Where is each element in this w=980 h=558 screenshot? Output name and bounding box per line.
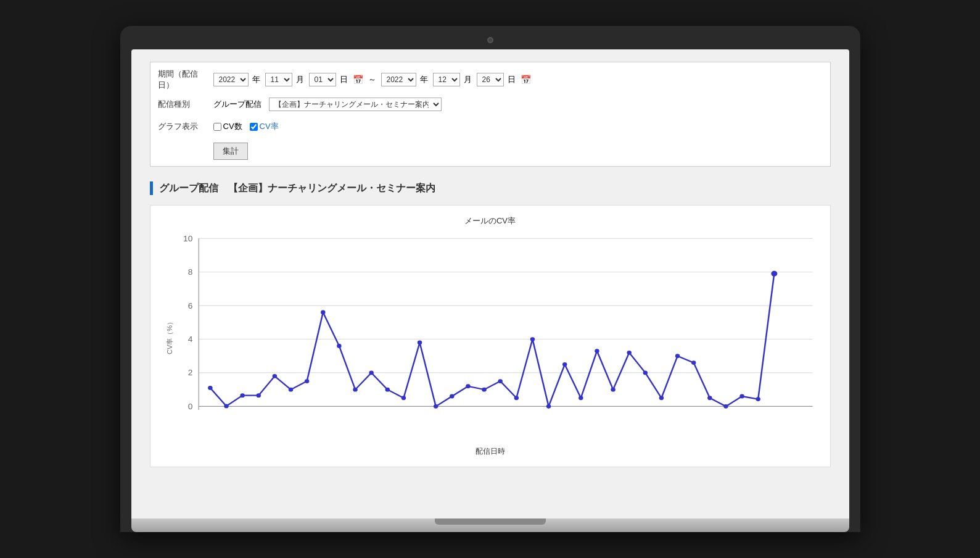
svg-point-19	[288, 388, 292, 392]
svg-point-30	[466, 384, 470, 388]
day-end-select[interactable]: 0105101520252630	[477, 73, 504, 86]
chart-svg: 10 8 6 4 2 0	[160, 231, 820, 441]
svg-point-16	[240, 393, 244, 398]
delivery-type-label: 配信種別	[158, 99, 213, 110]
y-axis-label: CV率（%）	[165, 319, 174, 354]
laptop-camera	[487, 37, 493, 43]
graph-display-content: CV数 CV率	[213, 121, 284, 132]
svg-point-31	[482, 388, 486, 392]
cv-rate-checkbox-label[interactable]: CV率	[250, 121, 279, 132]
svg-text:2: 2	[187, 369, 192, 377]
laptop-screen: 期間（配信日） 202220212023 年 01020304 05060708…	[131, 49, 849, 518]
graph-display-row: グラフ表示 CV数 CV率	[158, 118, 823, 135]
chart-area: CV率（%） 10	[160, 231, 820, 441]
day-start-select[interactable]: 0102051015202530	[309, 73, 336, 86]
svg-text:10: 10	[183, 234, 192, 243]
svg-text:0: 0	[187, 402, 192, 410]
month-start-unit: 月	[296, 74, 304, 85]
svg-text:4: 4	[187, 335, 192, 344]
section-title-bar	[150, 181, 153, 195]
year-start-select[interactable]: 202220212023	[213, 73, 249, 86]
svg-point-48	[756, 397, 760, 401]
cv-count-checkbox[interactable]	[213, 123, 221, 131]
svg-point-33	[514, 396, 518, 400]
svg-point-49	[771, 271, 777, 277]
year-start-unit: 年	[252, 74, 260, 85]
svg-point-17	[256, 393, 260, 398]
svg-point-35	[546, 404, 550, 409]
screen-content: 期間（配信日） 202220212023 年 01020304 05060708…	[131, 49, 849, 518]
month-end-unit: 月	[464, 74, 472, 85]
svg-point-38	[595, 349, 599, 353]
svg-point-26	[401, 396, 405, 400]
month-end-select[interactable]: 01020304 05060708 09101112	[433, 73, 460, 86]
laptop-frame: 期間（配信日） 202220212023 年 01020304 05060708…	[120, 26, 860, 532]
cv-count-checkbox-label[interactable]: CV数	[213, 121, 242, 132]
calendar-end-icon[interactable]: 📅	[521, 75, 531, 85]
svg-point-36	[562, 362, 566, 367]
aggregate-row: 集計	[158, 140, 823, 160]
svg-point-41	[643, 371, 647, 375]
delivery-type-content: グループ配信 【企画】ナーチャリングメール・セミナー案内 【企画】ナーチャリング…	[213, 98, 442, 111]
svg-point-23	[353, 388, 357, 392]
delivery-type-value: グループ配信	[213, 99, 261, 110]
period-row: 期間（配信日） 202220212023 年 01020304 05060708…	[158, 69, 823, 91]
svg-point-20	[304, 379, 308, 383]
svg-point-24	[369, 371, 373, 375]
section-title-text: グループ配信 【企画】ナーチャリングメール・セミナー案内	[159, 182, 435, 195]
svg-point-18	[272, 374, 276, 378]
svg-point-43	[675, 354, 679, 358]
x-axis-label: 配信日時	[160, 446, 820, 457]
svg-point-15	[224, 404, 228, 408]
svg-point-21	[321, 310, 325, 315]
graph-display-label: グラフ表示	[158, 121, 213, 132]
section-title-area: グループ配信 【企画】ナーチャリングメール・セミナー案内	[150, 181, 831, 195]
svg-point-29	[450, 394, 454, 399]
chart-container: メールのCV率 CV率（%）	[150, 205, 831, 467]
cv-count-label: CV数	[223, 121, 242, 132]
year-end-select[interactable]: 202220212023	[381, 73, 416, 86]
day-start-unit: 日	[340, 74, 348, 85]
day-end-unit: 日	[508, 74, 516, 85]
aggregate-button[interactable]: 集計	[213, 143, 248, 160]
chart-title: メールのCV率	[160, 215, 820, 227]
filter-panel: 期間（配信日） 202220212023 年 01020304 05060708…	[150, 62, 831, 167]
svg-point-14	[208, 386, 212, 390]
delivery-type-row: 配信種別 グループ配信 【企画】ナーチャリングメール・セミナー案内 【企画】ナー…	[158, 96, 823, 113]
period-content: 202220212023 年 01020304 05060708 0910111…	[213, 73, 531, 86]
svg-point-47	[739, 394, 744, 399]
calendar-start-icon[interactable]: 📅	[353, 75, 363, 85]
month-start-select[interactable]: 01020304 05060708 09101112	[265, 73, 292, 86]
svg-point-25	[385, 388, 389, 392]
svg-point-22	[337, 344, 341, 348]
period-label: 期間（配信日）	[158, 69, 213, 91]
date-separator: ～	[368, 74, 376, 85]
svg-point-46	[723, 404, 728, 409]
campaign-select[interactable]: 【企画】ナーチャリングメール・セミナー案内 【企画】ナーチャリングメール・その他	[269, 98, 442, 111]
svg-point-44	[691, 360, 695, 365]
svg-point-27	[417, 341, 421, 345]
svg-point-45	[707, 396, 712, 400]
svg-text:8: 8	[187, 268, 192, 277]
cv-rate-label: CV率	[260, 121, 279, 132]
svg-point-37	[579, 396, 583, 400]
laptop-base	[131, 518, 849, 532]
year-end-unit: 年	[420, 74, 428, 85]
svg-point-34	[530, 337, 534, 341]
svg-point-39	[611, 388, 615, 392]
svg-point-42	[659, 396, 663, 400]
svg-text:6: 6	[187, 301, 192, 310]
svg-point-40	[627, 351, 631, 355]
svg-point-28	[433, 404, 437, 409]
svg-point-32	[498, 379, 502, 383]
cv-rate-checkbox[interactable]	[250, 123, 258, 131]
